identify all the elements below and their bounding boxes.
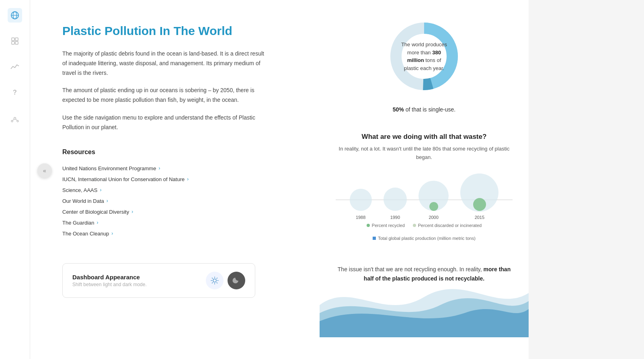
svg-rect-5 xyxy=(12,41,14,44)
dark-mode-button[interactable] xyxy=(228,272,245,289)
svg-point-7 xyxy=(14,118,16,120)
resource-label: Science, AAAS xyxy=(62,187,97,193)
resource-label: United Nations Environment Programme xyxy=(62,165,156,171)
svg-line-20 xyxy=(212,283,213,283)
light-mode-button[interactable] xyxy=(206,272,224,289)
svg-line-19 xyxy=(217,278,217,279)
resource-link-iucn[interactable]: IUCN, International Union for Conservati… xyxy=(62,174,295,185)
single-use-stat: 50% of that is single-use. xyxy=(393,106,455,113)
resource-link-guardian[interactable]: The Guardian › xyxy=(62,217,295,228)
donut-section: The world produces more than 380 million… xyxy=(320,0,529,121)
bottom-text: The issue isn't that we are not recyclin… xyxy=(320,257,529,292)
legend-recycled-dot xyxy=(367,224,370,227)
resource-link-ocean[interactable]: The Ocean Cleanup › xyxy=(62,228,295,239)
bubble-2015-green xyxy=(473,198,486,211)
year-label-1990: 1990 xyxy=(390,215,400,220)
legend-production-square xyxy=(373,237,376,240)
bubble-group-2000: 2000 xyxy=(418,181,449,220)
bottom-wave-section: The issue isn't that we are not recyclin… xyxy=(320,257,529,337)
appearance-card-text: Dashboard Appearance Shift between light… xyxy=(72,274,147,287)
appearance-card-title: Dashboard Appearance xyxy=(72,274,147,281)
sidebar-item-question[interactable]: ? xyxy=(8,85,22,100)
legend-production-label: Total global plastic production (million… xyxy=(378,236,476,241)
resources-title: Resources xyxy=(62,149,295,156)
sidebar-item-grid[interactable] xyxy=(8,34,22,48)
resource-link-cbd[interactable]: Center of Biological Diversity › xyxy=(62,206,295,217)
sidebar-item-globe[interactable] xyxy=(8,8,22,23)
svg-line-11 xyxy=(16,119,17,120)
collapse-button[interactable]: « xyxy=(37,163,52,178)
svg-point-12 xyxy=(213,279,216,282)
year-label-1988: 1988 xyxy=(356,215,365,220)
bottom-text-normal: The issue isn't that we are not recyclin… xyxy=(338,266,484,272)
year-label-2000: 2000 xyxy=(429,215,438,220)
bubble-group-1990: 1990 xyxy=(384,188,407,220)
svg-line-17 xyxy=(212,278,213,279)
sidebar-item-chart[interactable] xyxy=(8,60,22,74)
svg-point-9 xyxy=(17,120,18,122)
legend-discarded-label: Percent discarded or incinerated xyxy=(418,223,482,228)
waste-section: What are we doing with all that waste? I… xyxy=(320,121,529,249)
legend-discarded-dot xyxy=(413,224,416,227)
resource-link-science[interactable]: Science, AAAS › xyxy=(62,185,295,196)
legend-discarded: Percent discarded or incinerated xyxy=(413,223,482,228)
waste-subtitle: In reality, not a lot. It wasn't until t… xyxy=(336,145,513,162)
svg-line-10 xyxy=(13,119,14,120)
bubble-1988 xyxy=(350,189,372,211)
resource-label: The Ocean Cleanup xyxy=(62,231,109,237)
legend-production: Total global plastic production (million… xyxy=(373,236,476,241)
legend-recycled: Percent recycled xyxy=(367,223,405,228)
svg-rect-6 xyxy=(15,41,18,44)
appearance-card-subtitle: Shift between light and dark mode. xyxy=(72,282,147,287)
legend-recycled-label: Percent recycled xyxy=(372,223,405,228)
bubble-group-2015: 2015 xyxy=(460,173,498,220)
svg-point-8 xyxy=(11,120,13,122)
resource-arrow-icon: › xyxy=(131,209,133,215)
main-panel: Plastic Pollution In The World The major… xyxy=(30,0,320,359)
single-use-percent: 50% xyxy=(393,106,404,113)
intro-paragraph-1: The majority of plastic debris found in … xyxy=(62,49,267,78)
chart-legend: Percent recycled Percent discarded or in… xyxy=(336,223,513,241)
bubble-group-1988: 1988 xyxy=(350,189,372,220)
page-title: Plastic Pollution In The World xyxy=(62,24,295,38)
resources-section: Resources United Nations Environment Pro… xyxy=(62,149,295,239)
resource-label: The Guardian xyxy=(62,220,94,226)
resource-arrow-icon: › xyxy=(100,187,101,193)
donut-chart: The world produces more than 380 million… xyxy=(384,16,464,97)
resource-arrow-icon: › xyxy=(158,165,160,171)
resource-arrow-icon: › xyxy=(111,231,113,236)
single-use-label: of that is single-use. xyxy=(406,106,456,113)
resource-label: Our World in Data xyxy=(62,198,104,204)
bubble-2000-green xyxy=(429,202,438,211)
theme-buttons xyxy=(206,272,245,289)
resource-arrow-icon: › xyxy=(107,198,108,204)
right-panel: The world produces more than 380 million… xyxy=(320,0,529,359)
appearance-card: Dashboard Appearance Shift between light… xyxy=(62,263,255,298)
sidebar: ? xyxy=(0,0,30,359)
resource-link-un[interactable]: United Nations Environment Programme › xyxy=(62,163,295,174)
year-label-2015: 2015 xyxy=(475,215,484,220)
bubble-1990 xyxy=(384,188,407,211)
sidebar-item-network[interactable] xyxy=(8,111,22,126)
svg-rect-4 xyxy=(15,38,18,41)
resource-arrow-icon: › xyxy=(187,176,189,182)
waste-title: What are we doing with all that waste? xyxy=(336,133,513,141)
resource-arrow-icon: › xyxy=(97,220,98,225)
resource-label: Center of Biological Diversity xyxy=(62,209,129,215)
donut-center-text: The world produces more than 380 million… xyxy=(400,41,448,72)
svg-rect-3 xyxy=(12,38,14,41)
timeline-bubbles: 1988 1990 2000 2015 xyxy=(336,171,513,220)
resource-label: IUCN, International Union for Conservati… xyxy=(62,176,185,182)
svg-line-18 xyxy=(217,283,217,283)
resource-link-owid[interactable]: Our World in Data › xyxy=(62,196,295,206)
timeline-chart: 1988 1990 2000 2015 xyxy=(336,171,513,220)
intro-paragraph-3: Use the side navigation menu to explore … xyxy=(62,113,267,132)
intro-paragraph-2: The amount of plastic ending up in our o… xyxy=(62,86,267,105)
